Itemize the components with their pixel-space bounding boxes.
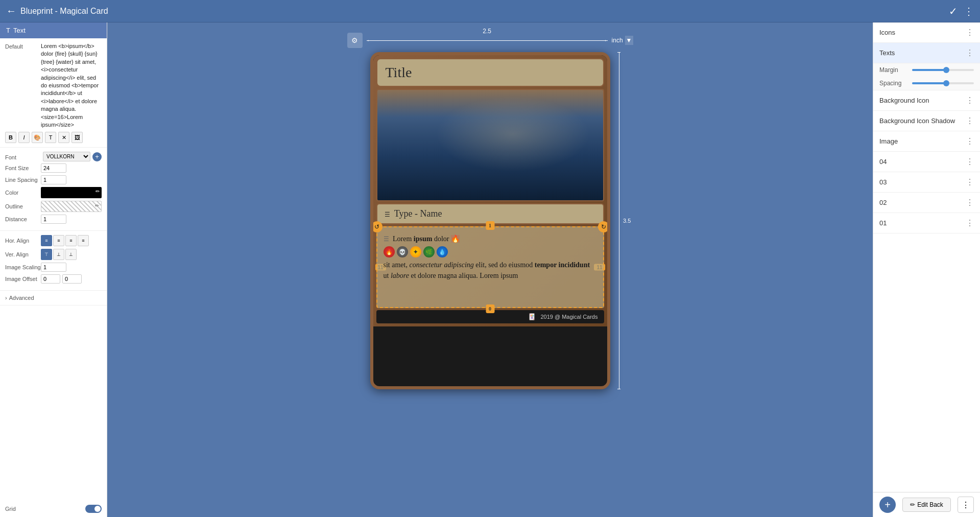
image-offset-x-input[interactable] (41, 274, 60, 284)
align-section: Hor. Align ≡ ≡ ≡ ≡ Ver. Align ⊤ ⊥ ⊥ Imag… (0, 231, 107, 291)
outline-swatch[interactable]: ✏ (41, 201, 102, 212)
settings-icon[interactable]: ⚙ (347, 33, 363, 48)
panel-item-background-icon-shadow-menu[interactable]: ⋮ (966, 116, 974, 126)
card-body-text: ipsum (414, 235, 433, 243)
align-justify-button[interactable]: ≡ (78, 235, 89, 246)
font-label: Font (5, 153, 41, 160)
panel-item-04-menu[interactable]: ⋮ (966, 157, 974, 167)
panel-item-03[interactable]: 03 ⋮ (873, 172, 980, 193)
panel-item-02[interactable]: 02 ⋮ (873, 193, 980, 213)
ruler-right-line: 3.5 (619, 52, 619, 389)
plus-icon: + (885, 499, 891, 511)
panel-item-icons-label: Icons (879, 29, 895, 36)
line-spacing-input[interactable] (41, 175, 66, 184)
left-panel: T Text Default Lorem <b>ipsum</b> dolor … (0, 22, 107, 517)
panel-item-background-icon-shadow[interactable]: Background Icon Shadow ⋮ (873, 111, 980, 131)
panel-item-image[interactable]: Image ⋮ (873, 131, 980, 152)
card-text-box[interactable]: ↺ ↻ 1 0 ☰ (376, 226, 604, 308)
grid-toggle[interactable] (85, 505, 102, 513)
panel-item-04-label: 04 (879, 158, 887, 166)
paint-icon: 🎨 (34, 134, 41, 141)
arrow-right-icon: → (602, 37, 608, 44)
advanced-toggle[interactable]: › Advanced (0, 291, 107, 306)
card-title-bar: Title (376, 58, 604, 87)
default-value[interactable]: Lorem <b>ipsum</b> dolor {fire} {skull} … (41, 42, 102, 129)
ruler-width-label: 2.5 (483, 28, 491, 35)
card-container: Title ☰ Type - Name (370, 52, 610, 389)
bold-button[interactable]: B (5, 132, 16, 143)
default-text-row: Default Lorem <b>ipsum</b> dolor {fire} … (5, 42, 102, 129)
valign-bottom-button[interactable]: ⊥ (65, 249, 77, 260)
default-label: Default (5, 42, 41, 50)
card-footer-text: 2019 @ Magical Cards (540, 314, 597, 320)
italic-button[interactable]: I (18, 132, 30, 143)
add-layer-button[interactable]: + (879, 497, 896, 513)
align-right-button[interactable]: ≡ (65, 235, 77, 246)
confirm-button[interactable]: ✓ (949, 5, 958, 17)
color-edit-icon: ✏ (95, 189, 100, 194)
bold-icon: B (9, 134, 13, 140)
outline-row: Outline ✏ (5, 201, 102, 212)
font-select[interactable]: VOLLKORN (43, 152, 90, 161)
ruler-line-container: 2.5 ← → (367, 33, 608, 48)
panel-item-02-menu[interactable]: ⋮ (966, 198, 974, 207)
advanced-label: Advanced (9, 295, 34, 301)
panel-item-03-menu[interactable]: ⋮ (966, 177, 974, 187)
num-badge-top: 1 (486, 221, 494, 230)
line-spacing-row: Line Spacing (5, 175, 102, 184)
valign-middle-button[interactable]: ⊥ (53, 249, 64, 260)
panel-item-04[interactable]: 04 ⋮ (873, 152, 980, 172)
panel-item-background-icon-shadow-label: Background Icon Shadow (879, 117, 955, 125)
margin-slider[interactable] (912, 69, 974, 71)
font-add-button[interactable]: + (92, 152, 102, 161)
panel-item-texts-menu[interactable]: ⋮ (966, 48, 974, 58)
panel-item-background-icon-menu[interactable]: ⋮ (966, 96, 974, 105)
unit-dropdown[interactable]: ▼ (625, 36, 633, 45)
panel-item-01-menu[interactable]: ⋮ (966, 218, 974, 228)
card-image-water (377, 90, 603, 200)
spacing-slider[interactable] (912, 82, 974, 84)
panel-item-image-menu[interactable]: ⋮ (966, 136, 974, 146)
spacing-row: Spacing (873, 77, 980, 90)
align-center-button[interactable]: ≡ (53, 235, 64, 246)
check-icon: ✓ (949, 6, 958, 17)
color-label: Color (5, 190, 41, 196)
panel-item-icons-menu[interactable]: ⋮ (966, 28, 974, 37)
grid-label: Grid (5, 506, 16, 512)
panel-item-01[interactable]: 01 ⋮ (873, 213, 980, 233)
distance-input[interactable] (41, 215, 66, 224)
italic-icon: I (23, 134, 25, 140)
edit-back-label: Edit Back (917, 501, 943, 508)
rotate-handle-tr[interactable]: ↻ (598, 221, 609, 232)
image-scaling-input[interactable] (41, 263, 66, 272)
edit-back-button[interactable]: ✏ Edit Back (902, 498, 951, 512)
text-format-button[interactable]: T (45, 132, 56, 143)
panel-item-texts[interactable]: Texts ⋮ (873, 43, 980, 63)
font-size-input[interactable] (41, 163, 66, 173)
back-button[interactable]: ← (6, 5, 16, 17)
unit-label: inch (612, 37, 623, 44)
align-left-button[interactable]: ≡ (41, 235, 52, 246)
panel-item-background-icon[interactable]: Background Icon ⋮ (873, 90, 980, 111)
margin-label: Margin (879, 66, 908, 74)
color-text-button[interactable]: 🎨 (32, 132, 43, 143)
card-body-fire: 🔥 (451, 235, 460, 243)
image-icon: 🖼 (75, 134, 80, 140)
rotate-handle-tl[interactable]: ↺ (371, 221, 383, 232)
color-row: Color ✏ (5, 187, 102, 198)
card[interactable]: Title ☰ Type - Name (370, 52, 610, 389)
menu-button[interactable]: ⋮ (964, 5, 974, 17)
margin-thumb[interactable] (943, 67, 949, 73)
mana-icon-gray: 💀 (397, 246, 408, 257)
color-swatch[interactable]: ✏ (41, 187, 102, 198)
panel-item-01-label: 01 (879, 219, 887, 227)
spacing-thumb[interactable] (943, 80, 949, 86)
panel-item-icons[interactable]: Icons ⋮ (873, 22, 980, 43)
clear-format-button[interactable]: ✕ (58, 132, 69, 143)
valign-top-button[interactable]: ⊤ (41, 249, 52, 260)
image-offset-y-input[interactable] (62, 274, 82, 284)
right-panel: Icons ⋮ Texts ⋮ Margin Spacing (873, 22, 980, 517)
ver-align-label: Ver. Align (5, 251, 41, 257)
image-insert-button[interactable]: 🖼 (71, 132, 83, 143)
footer-menu-button[interactable]: ⋮ (958, 497, 974, 513)
